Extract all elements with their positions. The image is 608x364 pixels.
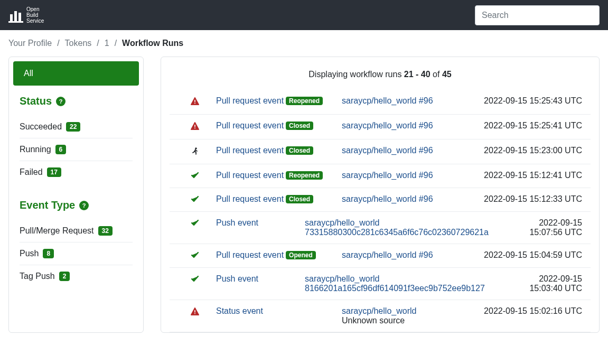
status-icon-cell [178, 146, 212, 157]
status-icon-cell [178, 194, 212, 205]
source-cell: saraycp/hello_world #96 [342, 194, 478, 204]
source-link[interactable]: saraycp/hello_world #96 [342, 194, 433, 203]
logo[interactable]: Open Build Service [8, 6, 44, 24]
table-row[interactable]: Pull request eventReopenedsaraycp/hello_… [170, 164, 591, 188]
check-icon [191, 275, 199, 285]
svg-point-10 [194, 313, 195, 314]
help-icon[interactable]: ? [56, 97, 66, 106]
event-cell: Push event [216, 274, 301, 284]
help-icon[interactable]: ? [79, 201, 89, 210]
table-row[interactable]: Pull request eventClosedsaraycp/hello_wo… [170, 115, 591, 139]
obs-logo-icon [8, 8, 23, 23]
source-link[interactable]: saraycp/hello_world 8166201a165cf96df614… [305, 274, 485, 293]
source-link[interactable]: saraycp/hello_world #96 [342, 250, 433, 259]
workflow-runs-table: Pull request eventReopenedsaraycp/hello_… [170, 90, 591, 332]
table-row[interactable]: Pull request eventReopenedsaraycp/hello_… [170, 90, 591, 115]
breadcrumb-link-token-id[interactable]: 1 [105, 39, 109, 48]
event-cell: Push event [216, 218, 301, 228]
main-panel: Displaying workflow runs 21 - 40 of 45 P… [161, 57, 600, 333]
status-title: Status ? [20, 95, 133, 107]
search-input[interactable] [475, 5, 600, 25]
filter-succeeded[interactable]: Succeeded 22 [20, 116, 133, 138]
breadcrumb-sep: / [57, 39, 59, 48]
status-badge: 22 [66, 122, 80, 132]
table-row[interactable]: Push eventsaraycp/hello_world 7331588030… [170, 212, 591, 244]
source-cell: saraycp/hello_world #96 [342, 250, 478, 260]
filter-tag-push[interactable]: Tag Push 2 [20, 265, 133, 287]
svg-point-5 [194, 103, 195, 104]
event-link[interactable]: Pull request event [216, 121, 284, 130]
table-row[interactable]: Push eventsaraycp/hello_world 8166201a16… [170, 268, 591, 300]
table-row[interactable]: Pull request eventOpenedsaraycp/hello_wo… [170, 244, 591, 268]
filter-pull-merge[interactable]: Pull/Merge Request 32 [20, 220, 133, 242]
filter-failed[interactable]: Failed 17 [20, 161, 133, 183]
table-row[interactable]: Pull request eventClosedsaraycp/hello_wo… [170, 188, 591, 212]
table-row[interactable]: Pull request eventClosedsaraycp/hello_wo… [170, 139, 591, 164]
status-icon-cell [178, 218, 212, 229]
event-link[interactable]: Pull request event [216, 194, 284, 203]
event-state-pill: Closed [286, 146, 313, 155]
svg-rect-4 [194, 100, 195, 102]
source-cell: saraycp/hello_world #96 [342, 96, 478, 106]
timestamp: 2022-09-15 15:25:43 UTC [482, 96, 582, 106]
event-state-pill: Reopened [286, 171, 323, 180]
source-link[interactable]: saraycp/hello_world #96 [342, 171, 433, 180]
table-row[interactable]: Status eventsaraycp/hello_worldUnknown s… [170, 300, 591, 332]
filter-push[interactable]: Push 8 [20, 242, 133, 265]
source-cell: saraycp/hello_world #96 [342, 121, 478, 130]
check-icon [191, 219, 199, 229]
event-link[interactable]: Pull request event [216, 250, 284, 259]
status-icon-cell [178, 171, 212, 181]
source-subtext: Unknown source [342, 316, 478, 325]
event-type-title: Event Type ? [20, 199, 133, 211]
navbar: Open Build Service [0, 0, 608, 30]
filter-all[interactable]: All [13, 61, 139, 86]
source-link[interactable]: saraycp/hello_world 73315880300c281c6345… [305, 218, 489, 237]
event-link[interactable]: Status event [216, 306, 263, 315]
running-icon [191, 147, 199, 157]
event-cell: Pull request eventClosed [216, 146, 338, 155]
event-link[interactable]: Push event [216, 274, 258, 283]
svg-rect-0 [10, 14, 13, 21]
breadcrumb-link-tokens[interactable]: Tokens [65, 39, 92, 48]
timestamp: 2022-09-15 15:02:16 UTC [482, 306, 582, 316]
svg-rect-6 [194, 125, 195, 127]
status-badge: 32 [98, 226, 113, 236]
event-state-pill: Opened [286, 251, 316, 259]
source-link[interactable]: saraycp/hello_world #96 [342, 121, 433, 130]
source-cell: saraycp/hello_world 8166201a165cf96df614… [305, 274, 504, 293]
breadcrumb-link-profile[interactable]: Your Profile [8, 39, 52, 48]
breadcrumb: Your Profile / Tokens / 1 / Workflow Run… [0, 30, 608, 57]
source-link[interactable]: saraycp/hello_world #96 [342, 146, 433, 155]
logo-text: Open Build Service [26, 6, 44, 24]
check-icon [191, 251, 199, 261]
event-link[interactable]: Pull request event [216, 171, 284, 180]
event-link[interactable]: Pull request event [216, 96, 284, 105]
event-state-pill: Closed [286, 122, 313, 130]
status-icon-cell [178, 306, 212, 318]
event-link[interactable]: Pull request event [216, 146, 284, 155]
status-section: Status ? Succeeded 22 Running 6 Failed 1… [9, 95, 143, 192]
timestamp: 2022-09-15 15:04:59 UTC [482, 250, 582, 260]
svg-rect-1 [14, 11, 17, 21]
check-icon [191, 195, 199, 205]
warning-icon [191, 307, 199, 318]
breadcrumb-sep: / [115, 39, 117, 48]
sidebar: All Status ? Succeeded 22 Running 6 Fail… [8, 57, 144, 333]
event-cell: Status event [216, 306, 338, 316]
status-icon-cell [178, 96, 212, 108]
source-link[interactable]: saraycp/hello_world [342, 306, 416, 315]
event-type-filter-list: Pull/Merge Request 32 Push 8 Tag Push 2 [20, 220, 133, 287]
event-cell: Pull request eventReopened [216, 96, 338, 106]
event-state-pill: Closed [286, 195, 313, 203]
status-icon-cell [178, 250, 212, 261]
timestamp: 2022-09-15 15:12:41 UTC [482, 171, 582, 180]
filter-running[interactable]: Running 6 [20, 138, 133, 161]
event-link[interactable]: Push event [216, 218, 258, 227]
source-link[interactable]: saraycp/hello_world #96 [342, 96, 433, 105]
status-filter-list: Succeeded 22 Running 6 Failed 17 [20, 116, 133, 183]
status-badge: 8 [43, 249, 54, 258]
event-cell: Pull request eventClosed [216, 194, 338, 204]
event-cell: Pull request eventReopened [216, 171, 338, 180]
timestamp: 2022-09-15 15:12:33 UTC [482, 194, 582, 204]
